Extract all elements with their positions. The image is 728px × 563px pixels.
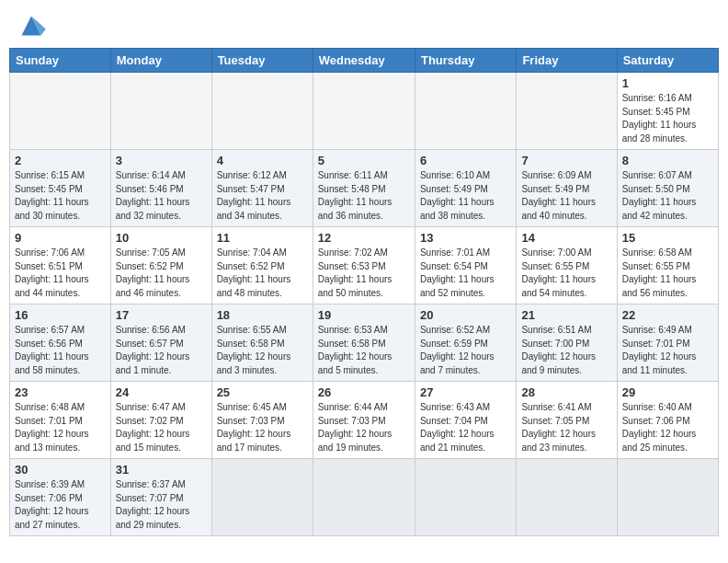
calendar-cell xyxy=(517,73,617,150)
day-info: Sunrise: 6:16 AM Sunset: 5:45 PM Dayligh… xyxy=(622,92,713,145)
calendar-cell: 30Sunrise: 6:39 AM Sunset: 7:06 PM Dayli… xyxy=(10,459,111,536)
day-number: 5 xyxy=(318,154,410,167)
day-info: Sunrise: 7:01 AM Sunset: 6:54 PM Dayligh… xyxy=(420,247,511,300)
calendar-cell: 25Sunrise: 6:45 AM Sunset: 7:03 PM Dayli… xyxy=(211,382,313,459)
day-number: 24 xyxy=(116,385,207,399)
day-number: 26 xyxy=(318,385,410,399)
day-info: Sunrise: 6:40 AM Sunset: 7:06 PM Dayligh… xyxy=(622,401,713,454)
weekday-header-saturday: Saturday xyxy=(617,49,718,73)
day-info: Sunrise: 7:05 AM Sunset: 6:52 PM Dayligh… xyxy=(116,247,207,300)
day-info: Sunrise: 6:57 AM Sunset: 6:56 PM Dayligh… xyxy=(15,324,106,377)
day-number: 10 xyxy=(116,231,207,245)
weekday-header-monday: Monday xyxy=(110,49,211,73)
day-number: 8 xyxy=(622,154,713,167)
day-info: Sunrise: 6:14 AM Sunset: 5:46 PM Dayligh… xyxy=(116,169,207,223)
calendar-cell: 29Sunrise: 6:40 AM Sunset: 7:06 PM Dayli… xyxy=(617,382,718,459)
calendar-cell xyxy=(313,459,415,536)
day-info: Sunrise: 6:41 AM Sunset: 7:05 PM Dayligh… xyxy=(521,401,611,454)
calendar-cell: 31Sunrise: 6:37 AM Sunset: 7:07 PM Dayli… xyxy=(110,459,211,536)
day-number: 1 xyxy=(622,76,713,90)
day-info: Sunrise: 6:55 AM Sunset: 6:58 PM Dayligh… xyxy=(217,324,308,377)
calendar-cell: 26Sunrise: 6:44 AM Sunset: 7:03 PM Dayli… xyxy=(313,382,415,459)
day-number: 21 xyxy=(521,308,611,322)
day-number: 9 xyxy=(15,231,106,245)
day-info: Sunrise: 6:44 AM Sunset: 7:03 PM Dayligh… xyxy=(318,401,410,454)
calendar-cell: 15Sunrise: 6:58 AM Sunset: 6:55 PM Dayli… xyxy=(617,227,718,304)
day-info: Sunrise: 6:15 AM Sunset: 5:45 PM Dayligh… xyxy=(15,169,106,223)
day-info: Sunrise: 6:56 AM Sunset: 6:57 PM Dayligh… xyxy=(116,324,207,377)
calendar: SundayMondayTuesdayWednesdayThursdayFrid… xyxy=(9,48,719,536)
calendar-cell: 16Sunrise: 6:57 AM Sunset: 6:56 PM Dayli… xyxy=(10,304,111,382)
calendar-cell xyxy=(110,73,211,150)
calendar-cell xyxy=(211,459,313,536)
day-info: Sunrise: 6:48 AM Sunset: 7:01 PM Dayligh… xyxy=(15,401,106,454)
calendar-cell: 22Sunrise: 6:49 AM Sunset: 7:01 PM Dayli… xyxy=(617,304,718,382)
day-info: Sunrise: 6:11 AM Sunset: 5:48 PM Dayligh… xyxy=(318,169,410,223)
day-info: Sunrise: 6:53 AM Sunset: 6:58 PM Dayligh… xyxy=(318,324,410,377)
calendar-cell: 28Sunrise: 6:41 AM Sunset: 7:05 PM Dayli… xyxy=(517,382,617,459)
day-number: 19 xyxy=(318,308,410,322)
day-number: 7 xyxy=(521,154,611,167)
day-number: 20 xyxy=(420,308,511,322)
day-info: Sunrise: 6:39 AM Sunset: 7:06 PM Dayligh… xyxy=(15,478,106,532)
calendar-cell: 3Sunrise: 6:14 AM Sunset: 5:46 PM Daylig… xyxy=(110,150,211,227)
day-info: Sunrise: 6:51 AM Sunset: 7:00 PM Dayligh… xyxy=(521,324,611,377)
calendar-cell xyxy=(313,73,415,150)
day-number: 30 xyxy=(15,463,106,477)
calendar-cell: 14Sunrise: 7:00 AM Sunset: 6:55 PM Dayli… xyxy=(517,227,617,304)
day-info: Sunrise: 6:37 AM Sunset: 7:07 PM Dayligh… xyxy=(116,478,207,532)
day-number: 6 xyxy=(420,154,511,167)
calendar-cell: 4Sunrise: 6:12 AM Sunset: 5:47 PM Daylig… xyxy=(211,150,313,227)
calendar-cell xyxy=(415,73,516,150)
day-info: Sunrise: 6:45 AM Sunset: 7:03 PM Dayligh… xyxy=(217,401,308,454)
calendar-cell: 23Sunrise: 6:48 AM Sunset: 7:01 PM Dayli… xyxy=(10,382,111,459)
day-info: Sunrise: 6:52 AM Sunset: 6:59 PM Dayligh… xyxy=(420,324,511,377)
calendar-cell: 1Sunrise: 6:16 AM Sunset: 5:45 PM Daylig… xyxy=(617,73,718,150)
day-number: 28 xyxy=(521,385,611,399)
day-info: Sunrise: 7:06 AM Sunset: 6:51 PM Dayligh… xyxy=(15,247,106,300)
day-number: 4 xyxy=(217,154,308,167)
calendar-cell: 19Sunrise: 6:53 AM Sunset: 6:58 PM Dayli… xyxy=(313,304,415,382)
day-number: 13 xyxy=(420,231,511,245)
calendar-cell: 27Sunrise: 6:43 AM Sunset: 7:04 PM Dayli… xyxy=(415,382,516,459)
calendar-cell: 13Sunrise: 7:01 AM Sunset: 6:54 PM Dayli… xyxy=(415,227,516,304)
day-number: 12 xyxy=(318,231,410,245)
day-info: Sunrise: 6:12 AM Sunset: 5:47 PM Dayligh… xyxy=(217,169,308,223)
calendar-cell xyxy=(415,459,516,536)
day-number: 16 xyxy=(15,308,106,322)
day-number: 2 xyxy=(15,154,106,167)
day-number: 25 xyxy=(217,385,308,399)
calendar-cell: 8Sunrise: 6:07 AM Sunset: 5:50 PM Daylig… xyxy=(617,150,718,227)
calendar-cell: 12Sunrise: 7:02 AM Sunset: 6:53 PM Dayli… xyxy=(313,227,415,304)
day-info: Sunrise: 6:09 AM Sunset: 5:49 PM Dayligh… xyxy=(521,169,611,223)
calendar-cell: 7Sunrise: 6:09 AM Sunset: 5:49 PM Daylig… xyxy=(517,150,617,227)
calendar-cell xyxy=(517,459,617,536)
day-info: Sunrise: 6:58 AM Sunset: 6:55 PM Dayligh… xyxy=(622,247,713,300)
day-number: 15 xyxy=(622,231,713,245)
calendar-cell: 24Sunrise: 6:47 AM Sunset: 7:02 PM Dayli… xyxy=(110,382,211,459)
day-number: 23 xyxy=(15,385,106,399)
calendar-cell: 11Sunrise: 7:04 AM Sunset: 6:52 PM Dayli… xyxy=(211,227,313,304)
calendar-cell: 10Sunrise: 7:05 AM Sunset: 6:52 PM Dayli… xyxy=(110,227,211,304)
day-number: 22 xyxy=(622,308,713,322)
day-number: 3 xyxy=(116,154,207,167)
calendar-cell xyxy=(10,73,111,150)
calendar-cell: 21Sunrise: 6:51 AM Sunset: 7:00 PM Dayli… xyxy=(517,304,617,382)
weekday-header-tuesday: Tuesday xyxy=(211,49,313,73)
logo-icon xyxy=(15,13,48,39)
weekday-header-thursday: Thursday xyxy=(415,49,516,73)
day-info: Sunrise: 7:00 AM Sunset: 6:55 PM Dayligh… xyxy=(521,247,611,300)
day-number: 14 xyxy=(521,231,611,245)
calendar-cell: 18Sunrise: 6:55 AM Sunset: 6:58 PM Dayli… xyxy=(211,304,313,382)
calendar-cell: 2Sunrise: 6:15 AM Sunset: 5:45 PM Daylig… xyxy=(10,150,111,227)
day-info: Sunrise: 6:47 AM Sunset: 7:02 PM Dayligh… xyxy=(116,401,207,454)
day-info: Sunrise: 7:04 AM Sunset: 6:52 PM Dayligh… xyxy=(217,247,308,300)
calendar-cell: 17Sunrise: 6:56 AM Sunset: 6:57 PM Dayli… xyxy=(110,304,211,382)
day-info: Sunrise: 6:07 AM Sunset: 5:50 PM Dayligh… xyxy=(622,169,713,223)
day-number: 27 xyxy=(420,385,511,399)
day-info: Sunrise: 6:10 AM Sunset: 5:49 PM Dayligh… xyxy=(420,169,511,223)
day-number: 18 xyxy=(217,308,308,322)
page-header xyxy=(9,9,719,42)
day-info: Sunrise: 6:49 AM Sunset: 7:01 PM Dayligh… xyxy=(622,324,713,377)
weekday-header-friday: Friday xyxy=(517,49,617,73)
